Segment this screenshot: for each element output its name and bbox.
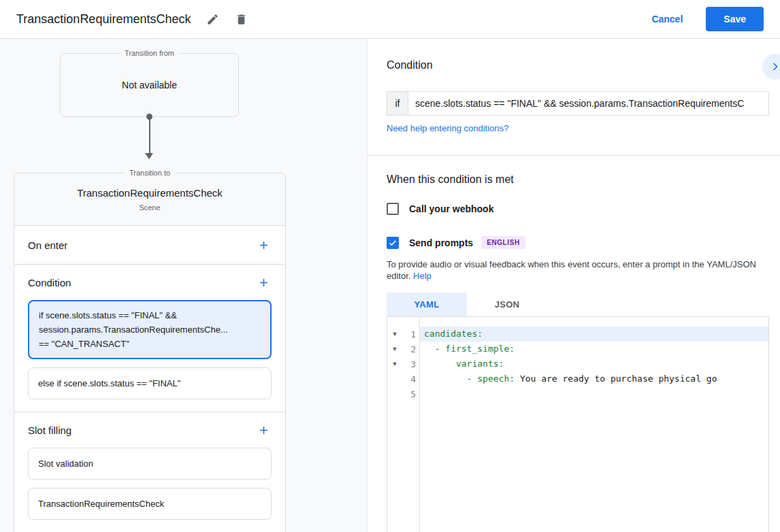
- if-label: if: [387, 91, 408, 116]
- line-number: 5: [402, 389, 416, 399]
- code-line: [420, 386, 768, 401]
- condition-expression-row: if: [387, 91, 769, 116]
- send-prompts-row: Send prompts ENGLISH: [387, 236, 525, 249]
- panel-title: Condition: [387, 59, 433, 71]
- slot-item[interactable]: TransactionRequirementsCheck: [28, 488, 272, 520]
- checkmark-icon: [388, 238, 397, 248]
- yaml-code-editor[interactable]: ▼1 ▼2 ▼3 4 5 candidates: - first_simple:…: [387, 316, 769, 532]
- send-prompts-checkbox[interactable]: [387, 237, 399, 249]
- condition-editor-panel: Condition if Need help entering conditio…: [368, 39, 780, 532]
- code-line: - first_simple:: [420, 342, 768, 356]
- delete-icon[interactable]: [234, 12, 248, 26]
- condition-section: Condition if scene.slots.status == "FINA…: [14, 265, 285, 412]
- condition-text-line: == "CAN_TRANSACT": [39, 337, 261, 351]
- condition-section-label: Condition: [28, 277, 71, 288]
- code-line: - speech: You are ready to purchase phys…: [420, 371, 768, 386]
- transition-to-label: Transition to: [125, 169, 175, 177]
- collapse-panel-button[interactable]: [762, 54, 780, 80]
- chevron-right-icon: [768, 60, 780, 73]
- condition-expression-input[interactable]: [408, 91, 769, 116]
- add-slot-icon[interactable]: [255, 422, 272, 438]
- code-area[interactable]: candidates: - first_simple: variants: - …: [420, 317, 768, 532]
- webhook-label: Call your webhook: [409, 203, 493, 214]
- edit-icon[interactable]: [206, 12, 219, 26]
- line-number: 2: [402, 344, 416, 354]
- when-condition-met-title: When this condition is met: [387, 173, 514, 186]
- description-text: To provide audio or visual feedback when…: [387, 259, 756, 281]
- webhook-checkbox[interactable]: [387, 203, 399, 215]
- fold-arrow-icon[interactable]: ▼: [387, 346, 402, 352]
- code-line: variants:: [420, 356, 768, 371]
- send-prompts-label: Send prompts: [409, 237, 473, 248]
- condition-text-line: if scene.slots.status == "FINAL" &&: [39, 308, 261, 322]
- scene-card: Transition to TransactionRequirementsChe…: [14, 173, 286, 532]
- line-number: 1: [402, 329, 416, 339]
- condition-text-line: session.params.TransactionRequirementsCh…: [39, 322, 261, 337]
- slot-filling-label: Slot filling: [28, 425, 71, 436]
- transition-from-label: Transition from: [120, 49, 179, 57]
- editor-gutter: ▼1 ▼2 ▼3 4 5: [387, 317, 420, 532]
- add-condition-icon[interactable]: [255, 274, 272, 290]
- slot-filling-section: Slot filling Slot validation Transaction…: [14, 412, 285, 520]
- arrow-down-icon: [145, 153, 153, 159]
- tab-yaml[interactable]: YAML: [387, 293, 467, 316]
- line-number: 3: [402, 359, 416, 369]
- prompts-description: To provide audio or visual feedback when…: [387, 259, 772, 282]
- webhook-row: Call your webhook: [387, 203, 493, 215]
- cancel-button[interactable]: Cancel: [651, 14, 683, 24]
- on-enter-label: On enter: [28, 239, 67, 251]
- condition-item-selected[interactable]: if scene.slots.status == "FINAL" && sess…: [28, 300, 272, 359]
- tab-json[interactable]: JSON: [467, 293, 547, 316]
- connector-line: [149, 119, 150, 153]
- add-on-enter-icon[interactable]: [255, 237, 272, 253]
- help-link[interactable]: Help: [413, 271, 432, 281]
- save-button[interactable]: Save: [706, 7, 764, 31]
- scene-graph-panel: Transition from Not available Transition…: [0, 39, 368, 532]
- fold-arrow-icon[interactable]: ▼: [387, 361, 402, 367]
- transition-from-value: Not available: [61, 54, 238, 116]
- page-title: TransactionRequirementsCheck: [16, 12, 191, 27]
- transition-from-box: Transition from Not available: [60, 53, 239, 117]
- on-enter-row: On enter: [14, 226, 285, 265]
- scene-card-header: TransactionRequirementsCheck Scene: [14, 173, 285, 226]
- code-line: candidates:: [420, 327, 768, 342]
- line-number: 4: [402, 374, 416, 384]
- scene-name: TransactionRequirementsCheck: [77, 187, 223, 199]
- slot-item[interactable]: Slot validation: [28, 448, 272, 480]
- divider: [368, 155, 780, 156]
- scene-type-label: Scene: [139, 203, 160, 212]
- conditions-help-link[interactable]: Need help entering conditions?: [387, 123, 508, 133]
- editor-format-tabs: YAML JSON: [387, 293, 547, 316]
- language-badge: ENGLISH: [481, 236, 525, 249]
- condition-item[interactable]: else if scene.slots.status == "FINAL": [28, 367, 272, 399]
- fold-arrow-icon[interactable]: ▼: [387, 331, 402, 337]
- top-bar: TransactionRequirementsCheck Cancel Save: [0, 0, 780, 39]
